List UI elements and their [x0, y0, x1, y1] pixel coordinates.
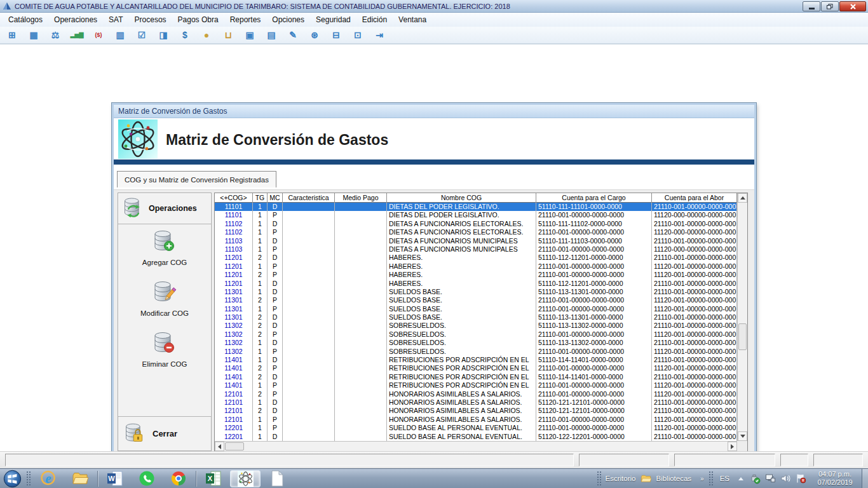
agregar-cog-button[interactable]: Agregar COG: [118, 228, 211, 266]
poliza-check-icon[interactable]: ☑: [135, 29, 148, 41]
dollar-icon[interactable]: $: [179, 29, 191, 41]
column-header-tg[interactable]: TG: [253, 193, 268, 203]
menu-item-operaciones[interactable]: Operaciones: [48, 13, 103, 26]
table-row[interactable]: 121012DHONORARIOS ASIMILABLES A SALARIOS…: [215, 407, 737, 415]
table-row[interactable]: 113011DSUELDOS BASE.51110-113-11301-0000…: [215, 288, 737, 296]
horizontal-scrollbar[interactable]: [215, 441, 737, 451]
show-hidden-icons-button[interactable]: [738, 477, 743, 480]
menu-item-procesos[interactable]: Procesos: [129, 13, 172, 26]
column-header-medio-pago[interactable]: Medio Pago: [335, 193, 387, 203]
menu-item-catalogos[interactable]: Catálogos: [3, 13, 48, 26]
scroll-right-button[interactable]: [728, 442, 737, 451]
menu-item-pagos-obra[interactable]: Pagos Obra: [172, 13, 224, 26]
menu-item-sat[interactable]: SAT: [103, 13, 128, 26]
scroll-down-button[interactable]: [738, 431, 747, 441]
usb-device-icon[interactable]: [749, 473, 761, 484]
tab-cog-matriz[interactable]: COG y su Matriz de Conversión Registrada…: [117, 171, 276, 187]
table-row[interactable]: 111011DDIETAS DEL PODER LEGISLATIVO.5111…: [215, 203, 737, 211]
taskbar-button-internet-explorer[interactable]: e: [33, 470, 64, 487]
app-titlebar[interactable]: COMITE DE AGUA POTABLE Y ALCANTARILLADO …: [0, 0, 868, 13]
table-row[interactable]: 112012PHABERES.21110-001-00000-0000-0000…: [215, 271, 737, 279]
table-row[interactable]: 121012PHONORARIOS ASIMILABLES A SALARIOS…: [215, 390, 737, 398]
taskbar-button-file-explorer[interactable]: [65, 470, 95, 487]
report-icon[interactable]: ▤: [265, 29, 278, 41]
taskbar-button-excel[interactable]: X: [198, 470, 229, 487]
taskbar-clock[interactable]: 04:07 p.m. 07/02/2019: [811, 470, 859, 487]
column-header-cuenta-para-el-abor[interactable]: Cuenta para el Abor: [652, 193, 737, 203]
table-row[interactable]: 122011PSUELDO BASE AL PERSONAL EVENTUAL.…: [215, 424, 737, 432]
table-row[interactable]: 111021DDIETAS A FUNCIONARIOS ELECTORALES…: [215, 220, 737, 228]
toolbar-overflow-chevron[interactable]: »: [700, 475, 704, 482]
table-row[interactable]: 111031PDIETAS A FUNCIONARIOS MUNICIPALES…: [215, 245, 737, 254]
table-row[interactable]: 122011DSUELDO BASE AL PERSONAL EVENTUAL.…: [215, 433, 737, 441]
shopping-cart-icon[interactable]: ⊔: [222, 29, 234, 41]
taskbar-grip[interactable]: [26, 471, 31, 486]
show-desktop-button[interactable]: [862, 469, 868, 488]
restore-button[interactable]: [821, 1, 839, 11]
table-row[interactable]: 121011PHONORARIOS ASIMILABLES A SALARIOS…: [215, 416, 737, 424]
building-icon[interactable]: ◨: [157, 29, 170, 41]
table-row[interactable]: 111021PDIETAS A FUNCIONARIOS ELECTORALES…: [215, 228, 737, 236]
bar-chart-icon[interactable]: ▂▅▇: [71, 29, 83, 41]
table-row[interactable]: 113011PSUELDOS BASE.21110-001-00000-0000…: [215, 305, 737, 313]
box-clock-icon[interactable]: ▣: [243, 29, 256, 41]
calendar-icon[interactable]: ▦: [27, 29, 40, 41]
tray-grip[interactable]: [597, 471, 601, 486]
catalog-cards-icon[interactable]: ⊞: [6, 29, 18, 41]
close-button[interactable]: [839, 1, 866, 11]
gear-web-icon[interactable]: ⊛: [308, 29, 321, 41]
table-row[interactable]: 111011PDIETAS DEL PODER LEGISLATIVO.2111…: [215, 211, 737, 219]
tray-grip[interactable]: [709, 471, 713, 486]
table-row[interactable]: 112012DHABERES.51110-112-11201-0000-0000…: [215, 254, 737, 262]
language-indicator[interactable]: ES: [720, 475, 729, 482]
table-row[interactable]: 113012PSUELDOS BASE.21110-001-00000-0000…: [215, 296, 737, 304]
close-button-cerrar[interactable]: Cerrar: [118, 416, 211, 451]
minimize-button[interactable]: [803, 1, 820, 11]
scroll-up-button[interactable]: [738, 193, 747, 203]
table-row[interactable]: 114011DRETRIBUCIONES POR ADSCRIPCIÓN EN …: [215, 356, 737, 364]
exit-door-icon[interactable]: ⇥: [373, 29, 386, 41]
table-row[interactable]: 113012DSUELDOS BASE.51110-113-11301-0000…: [215, 313, 737, 322]
action-center-flag-icon[interactable]: [795, 473, 806, 484]
table-row[interactable]: 114012PRETRIBUCIONES POR ADSCRIPCIÓN EN …: [215, 364, 737, 372]
network-icon[interactable]: [764, 473, 776, 484]
table-row[interactable]: 114011PRETRIBUCIONES POR ADSCRIPCIÓN EN …: [215, 381, 737, 390]
taskbar-button-chrome[interactable]: [163, 470, 194, 487]
volume-icon[interactable]: [780, 473, 791, 484]
taskbar-button-word[interactable]: W: [100, 470, 130, 487]
start-button[interactable]: [0, 469, 24, 488]
money-bag-icon[interactable]: ●: [200, 29, 213, 41]
menu-item-reportes[interactable]: Reportes: [224, 13, 267, 26]
dialog-titlebar[interactable]: Matriz de Conversión de Gastos: [114, 105, 754, 118]
table-row[interactable]: 114012DRETRIBUCIONES POR ADSCRIPCIÓN EN …: [215, 373, 737, 381]
cfdi-export-icon[interactable]: ⊡: [351, 29, 364, 41]
vertical-scrollbar[interactable]: [737, 193, 747, 441]
libraries-folder-icon[interactable]: [640, 473, 651, 484]
taskbar-button-notepad-doc[interactable]: [262, 470, 292, 487]
menu-item-opciones[interactable]: Opciones: [266, 13, 310, 26]
balance-scale-icon[interactable]: ⚖: [49, 29, 62, 41]
table-row[interactable]: 121011DHONORARIOS ASIMILABLES A SALARIOS…: [215, 398, 737, 407]
horizontal-scroll-thumb[interactable]: [225, 442, 244, 451]
column-header-mc[interactable]: MC: [268, 193, 283, 203]
table-row[interactable]: 111031DDIETAS A FUNCIONARIOS MUNICIPALES…: [215, 237, 737, 245]
menu-item-ventana[interactable]: Ventana: [393, 13, 432, 26]
table-row[interactable]: 112011DHABERES.51110-112-11201-0000-0000…: [215, 280, 737, 288]
table-row[interactable]: 113022DSOBRESUELDOS.51110-113-11302-0000…: [215, 322, 737, 330]
table-row[interactable]: 113022PSOBRESUELDOS.21110-001-00000-0000…: [215, 330, 737, 339]
budget-dollar-icon[interactable]: ($): [92, 29, 105, 41]
column-header-cog[interactable]: <+COG>: [215, 193, 253, 203]
table-row[interactable]: 113021DSOBRESUELDOS.51110-113-11302-0000…: [215, 339, 737, 347]
table-row[interactable]: 112011PHABERES.21110-001-00000-0000-0000…: [215, 262, 737, 271]
taskbar-button-whatsapp[interactable]: [132, 470, 162, 487]
bank-building-icon[interactable]: ▥: [114, 29, 126, 41]
scroll-left-button[interactable]: [215, 442, 224, 451]
column-header-caracteristica[interactable]: Caracteristica: [283, 193, 335, 203]
modificar-cog-button[interactable]: Modificar COG: [118, 279, 211, 317]
printer-icon[interactable]: ⊟: [330, 29, 342, 41]
eliminar-cog-button[interactable]: Eliminar COG: [118, 330, 211, 368]
taskbar-button-contabilidad-app[interactable]: [230, 470, 261, 487]
vertical-scroll-thumb[interactable]: [738, 323, 747, 350]
libraries-label[interactable]: Bibliotecas: [656, 475, 691, 482]
menu-item-seguridad[interactable]: Seguridad: [310, 13, 356, 26]
